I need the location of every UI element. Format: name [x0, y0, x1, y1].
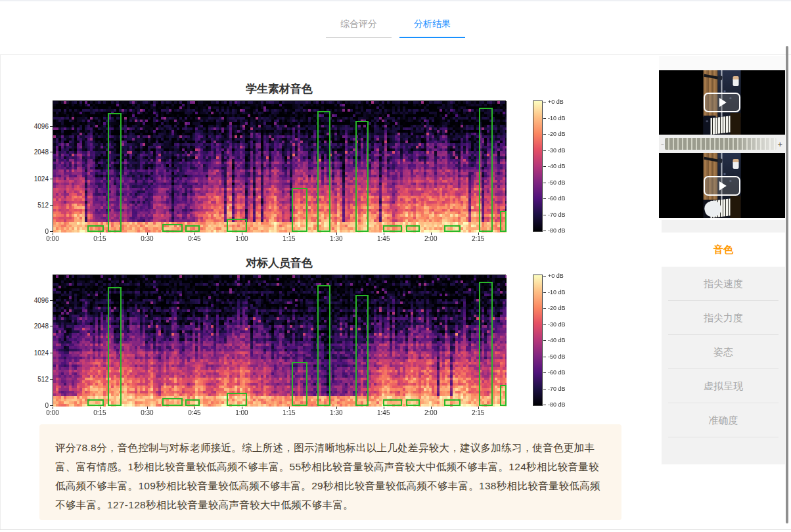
sidebar-item-指尖速度[interactable]: 指尖速度	[662, 267, 785, 301]
y-tick-label: 2048	[26, 322, 49, 330]
x-tick-mark	[194, 233, 195, 235]
colorbar-tick-mark	[543, 324, 546, 325]
difference-region	[108, 287, 122, 406]
difference-region	[108, 113, 122, 232]
difference-region	[87, 399, 104, 406]
x-tick-label: 2:00	[424, 409, 437, 416]
sidebar-top-spacer	[659, 56, 785, 70]
play-button[interactable]	[704, 176, 740, 196]
x-tick-mark	[53, 407, 53, 409]
x-tick-mark	[100, 233, 101, 235]
y-tick-mark	[50, 405, 53, 406]
difference-region	[87, 225, 104, 232]
colorbar-tick-mark	[543, 150, 546, 151]
x-tick-label: 0:00	[46, 235, 58, 242]
sidebar-item-label: 虚拟呈现	[704, 380, 743, 391]
chart-title: 对标人员音色	[53, 255, 506, 271]
y-tick-mark	[50, 379, 53, 380]
difference-region	[227, 219, 246, 232]
colorbar-tick-mark	[543, 276, 546, 277]
x-tick-label: 0:45	[188, 409, 200, 416]
piano-body	[731, 113, 741, 135]
colorbar-tick-label: -50 dB	[548, 353, 566, 360]
y-tick-label: 0	[26, 227, 49, 234]
sidebar-item-指尖力度[interactable]: 指尖力度	[662, 301, 785, 335]
header: 综合评分 分析结果	[0, 0, 791, 55]
y-tick-label: 512	[26, 202, 49, 209]
tab-bar: 综合评分 分析结果	[326, 18, 465, 38]
colorbar-tick-label: -40 dB	[548, 163, 566, 169]
colorbar-tick-label: -10 dB	[548, 115, 566, 122]
x-tick-label: 2:15	[472, 409, 484, 416]
timeline-slider[interactable]	[665, 138, 777, 150]
x-tick-label: 1:00	[235, 235, 248, 242]
x-tick-label: 0:00	[46, 409, 58, 416]
colorbar-tick-label: -50 dB	[548, 179, 566, 186]
y-tick-mark	[50, 205, 53, 206]
performer-figure	[733, 76, 739, 86]
benchmark-video-player[interactable]	[659, 153, 785, 218]
student-video-player[interactable]	[659, 70, 785, 135]
analysis-comment: 评分78.8分，音色控制与对标老师接近。综上所述，图示清晰地标出以上几处差异较大…	[39, 424, 622, 520]
difference-region	[317, 111, 331, 232]
top-strip	[0, 0, 791, 1]
sidebar-item-label: 姿态	[713, 346, 733, 357]
x-tick-label: 2:00	[424, 235, 437, 242]
content-bottom-border	[0, 529, 791, 530]
x-tick-label: 1:15	[282, 409, 295, 416]
y-tick-mark	[50, 326, 53, 326]
x-tick-mark	[478, 233, 479, 235]
difference-region	[227, 393, 246, 406]
x-tick-mark	[478, 407, 479, 409]
difference-region	[383, 399, 401, 406]
colorbar-tick-label: -20 dB	[548, 305, 566, 311]
y-tick-label: 0	[26, 401, 49, 409]
play-icon	[719, 181, 727, 190]
x-tick-label: 0:45	[188, 235, 200, 242]
y-tick-mark	[50, 126, 53, 127]
x-tick-label: 1:00	[235, 409, 248, 416]
x-tick-mark	[289, 407, 290, 409]
difference-region	[185, 225, 199, 232]
slider-left-glyph: ~	[661, 141, 664, 147]
sidebar-item-虚拟呈现[interactable]: 虚拟呈现	[662, 369, 785, 403]
colorbar-tick-label: -20 dB	[548, 131, 566, 137]
y-tick-mark	[50, 353, 53, 353]
x-tick-mark	[289, 233, 290, 235]
x-tick-mark	[384, 233, 384, 235]
colorbar-tick-mark	[543, 102, 546, 102]
colorbar-tick-label: -60 dB	[548, 369, 566, 376]
sidebar-item-准确度[interactable]: 准确度	[662, 403, 785, 437]
colorbar-tick-label: -40 dB	[548, 337, 566, 344]
play-button[interactable]	[704, 93, 740, 112]
tab-overall-score[interactable]: 综合评分	[326, 18, 392, 38]
x-tick-mark	[147, 407, 148, 409]
y-tick-label: 1024	[26, 175, 49, 182]
y-tick-mark	[50, 300, 53, 301]
sidebar-item-音色[interactable]: 音色	[662, 233, 785, 267]
play-icon	[719, 98, 727, 107]
app-window: 综合评分 分析结果 学生素材音色 40962048102451200:000:1…	[0, 0, 791, 532]
x-tick-mark	[431, 407, 432, 409]
y-tick-mark	[50, 231, 53, 232]
difference-region	[383, 225, 401, 232]
colorbar-tick-label: -30 dB	[548, 147, 566, 154]
x-tick-mark	[384, 407, 384, 409]
page-scrollbar[interactable]	[786, 46, 788, 523]
colorbar	[533, 100, 543, 232]
colorbar-tick-mark	[543, 340, 546, 341]
x-tick-label: 1:30	[330, 235, 342, 242]
sidebar-item-姿态[interactable]: 姿态	[662, 335, 785, 369]
tab-analysis-result[interactable]: 分析结果	[399, 18, 465, 38]
colorbar-tick-label: -30 dB	[548, 321, 566, 328]
colorbar-tick-mark	[543, 118, 546, 119]
difference-region	[479, 282, 493, 406]
piano-body	[731, 196, 741, 218]
y-tick-label: 2048	[26, 148, 49, 156]
x-tick-label: 1:45	[377, 409, 390, 416]
colorbar-tick-mark	[543, 405, 546, 405]
y-tick-label: 4096	[26, 123, 49, 130]
difference-region	[444, 399, 461, 406]
colorbar-tick-mark	[543, 134, 546, 135]
zoom-in-icon[interactable]: +	[777, 140, 782, 148]
